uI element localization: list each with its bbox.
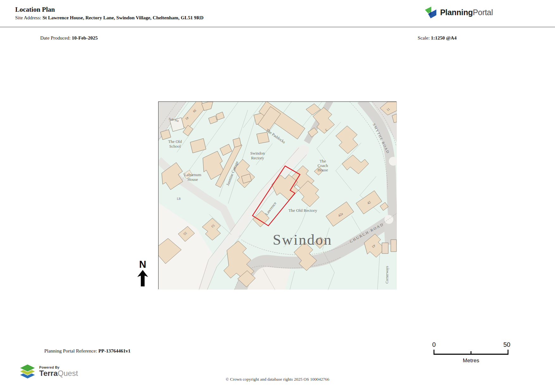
site-address-label: Site Address: <box>15 15 42 20</box>
scale-bar-end: 50 <box>503 341 510 348</box>
planning-portal-logo: PlanningPortal <box>424 6 493 19</box>
terraquest-bold: Terra <box>39 369 58 377</box>
label-old-school-1: The Old <box>168 139 182 144</box>
north-arrow-icon <box>136 270 149 286</box>
terraquest-icon <box>19 364 36 379</box>
terraquest-wordmark: Powered By TerraQuest <box>39 365 78 377</box>
date-label: Date Produced: <box>40 35 72 40</box>
planning-portal-reference: Planning Portal Reference: PP-13764461v1 <box>44 348 131 354</box>
north-arrow: N <box>135 259 150 288</box>
site-address-line: Site Address: St Lawrence House, Rectory… <box>15 15 203 21</box>
logo-bold: Planning <box>440 8 473 17</box>
scale-bar-unit: Metres <box>433 358 508 364</box>
date-produced: Date Produced: 10-Feb-2025 <box>40 35 98 41</box>
label-cornerways: Cornerways <box>385 266 389 284</box>
page-title: Location Plan <box>15 6 55 14</box>
label-swindon-rectory-2: Rectory <box>251 156 264 160</box>
label-coach-1: The <box>320 159 326 163</box>
scale-bar-ruler <box>433 349 508 355</box>
label-laburnum-2: House <box>187 177 198 182</box>
terraquest-light: Quest <box>58 369 78 377</box>
reference-value: PP-13764461v1 <box>98 348 131 353</box>
label-swindon-rectory-1: Swindon <box>250 151 265 156</box>
location-plan-map: Sub Sta 39 41 The Old School Laburnum Ho… <box>158 101 396 289</box>
label-lb: LB <box>177 197 181 200</box>
label-old-rectory: The Old Rectory <box>289 208 317 213</box>
label-old-school-2: School <box>169 144 181 149</box>
planning-portal-icon <box>424 6 437 19</box>
reference-label: Planning Portal Reference: <box>44 348 98 353</box>
header-divider <box>0 27 555 27</box>
label-swindon-big: Swindon <box>273 231 332 248</box>
label-coach-3: House <box>317 168 328 172</box>
scale-bar: 0 50 Metres <box>433 341 508 366</box>
scale-value: 1:1250 @A4 <box>431 35 457 40</box>
label-laburnum-1: Laburnum <box>184 172 201 177</box>
crown-copyright: © Crown copyright and database rights 20… <box>226 377 329 382</box>
logo-light: Portal <box>473 8 493 17</box>
scale-label: Scale: <box>418 35 431 40</box>
terraquest-logo: Powered By TerraQuest <box>19 364 78 379</box>
scale-text: Scale: 1:1250 @A4 <box>418 35 457 41</box>
date-value: 10-Feb-2025 <box>72 35 98 40</box>
north-label: N <box>135 259 150 270</box>
label-coach-2: Coach <box>317 163 328 168</box>
site-address-value: St Lawrence House, Rectory Lane, Swindon… <box>42 15 203 20</box>
scale-bar-start: 0 <box>432 341 436 348</box>
planning-portal-wordmark: PlanningPortal <box>440 8 493 17</box>
